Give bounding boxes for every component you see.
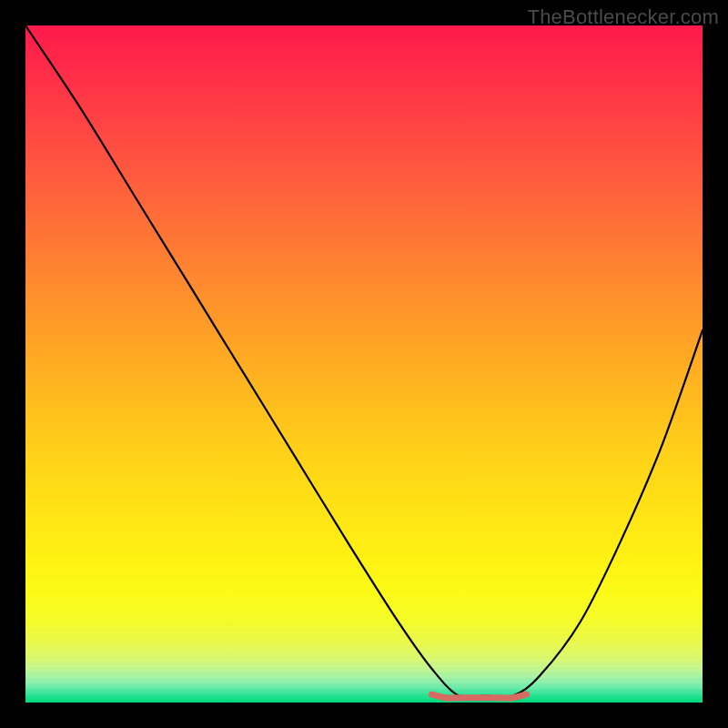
- watermark-text: TheBottleneсker.com: [528, 5, 719, 29]
- bottleneck-curve-path: [25, 25, 703, 698]
- chart-svg: [25, 25, 703, 703]
- chart-frame: TheBottleneсker.com: [0, 0, 728, 728]
- plot-area: [25, 25, 703, 703]
- optimal-marker-path: [431, 694, 526, 698]
